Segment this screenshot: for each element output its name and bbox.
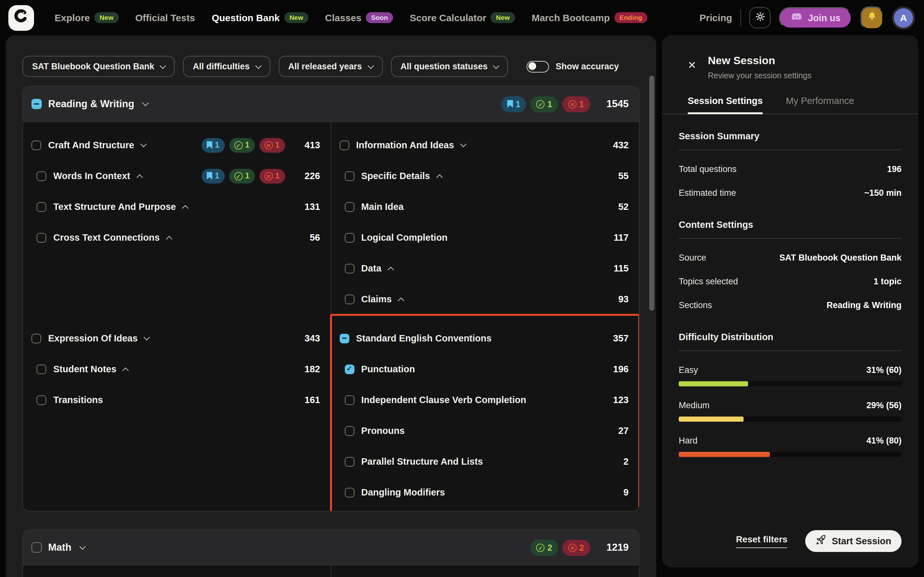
checkbox-unchecked[interactable] [345, 202, 354, 211]
checkbox-unchecked[interactable] [345, 171, 354, 181]
show-accuracy-toggle[interactable]: Show accuracy [527, 61, 619, 72]
bookmarked-badge: 1 [201, 138, 224, 152]
join-us-button[interactable]: Join us [779, 7, 852, 29]
correct-count: 1 [245, 171, 250, 181]
checkbox-unchecked[interactable] [31, 140, 41, 150]
tab-my-performance[interactable]: My Performance [786, 96, 854, 114]
checkbox-unchecked[interactable] [345, 233, 354, 242]
close-icon[interactable]: ✕ [688, 60, 697, 80]
chevron-up-icon[interactable] [123, 367, 129, 374]
checkbox-unchecked[interactable] [345, 263, 354, 273]
nav-item-score-calculator[interactable]: Score CalculatorNew [410, 12, 515, 23]
topic-row-craft-and-structure[interactable]: Craft And Structure1✓1✕1413 [23, 130, 331, 160]
checkbox-unchecked[interactable] [345, 294, 354, 304]
chevron-down-icon[interactable] [79, 543, 86, 550]
chevron-down-icon[interactable] [140, 141, 147, 147]
nav-item-pricing[interactable]: Pricing [700, 12, 732, 23]
topic-row-specific-details[interactable]: Specific Details55 [331, 160, 639, 191]
checkbox-indeterminate[interactable] [31, 99, 42, 109]
topic-question-count: 117 [610, 232, 629, 243]
chevron-up-icon[interactable] [137, 174, 143, 181]
difficulty-bar-track [679, 381, 901, 386]
topic-row-information-and-ideas[interactable]: Information And Ideas432 [331, 130, 639, 160]
chevron-up-icon[interactable] [182, 205, 189, 211]
checkbox-unchecked[interactable] [339, 140, 349, 150]
checkbox-unchecked[interactable] [345, 395, 354, 405]
filter-dropdown-all-difficulties[interactable]: All difficulties [183, 56, 270, 77]
topic-row-independent-clause-verb-completion[interactable]: Independent Clause Verb Completion123 [331, 384, 639, 415]
difficulty-distribution-heading: Difficulty Distribution [679, 332, 901, 351]
summary-row-value: ~150 min [864, 188, 901, 198]
checkbox-unchecked[interactable] [37, 202, 46, 211]
checkbox-unchecked[interactable] [345, 426, 354, 435]
checkbox-unchecked[interactable] [345, 457, 354, 466]
nav-item-question-bank[interactable]: Question BankNew [211, 12, 308, 23]
nav-item-explore[interactable]: ExploreNew [55, 12, 118, 23]
filter-dropdown-all-released-years[interactable]: All released years [279, 56, 383, 77]
section-header-reading-writing[interactable]: Reading & Writing1✓1✕11545 [23, 87, 639, 121]
chevron-up-icon[interactable] [166, 235, 173, 242]
nav-badge-ending: Ending [614, 13, 647, 23]
summary-row-source: SourceSAT Bluebook Question Bank [679, 253, 901, 263]
topic-question-count: 52 [610, 201, 629, 212]
topic-row-data[interactable]: Data115 [331, 253, 639, 284]
checkbox-unchecked[interactable] [37, 364, 46, 374]
difficulty-label: Easy [679, 365, 698, 375]
topic-row-text-structure-and-purpose[interactable]: Text Structure And Purpose131 [23, 191, 331, 222]
topic-row-cross-text-connections[interactable]: Cross Text Connections56 [23, 222, 331, 253]
summary-row-sections: SectionsReading & Writing [679, 300, 901, 310]
topic-row-dangling-modifiers[interactable]: Dangling Modifiers9 [331, 477, 639, 508]
start-session-button[interactable]: Start Session [806, 530, 901, 552]
difficulty-bar-fill [679, 452, 770, 457]
nav-item-official-tests[interactable]: Official Tests [135, 12, 195, 23]
nav-item-march-bootcamp[interactable]: March BootcampEnding [532, 12, 648, 23]
nav-item-classes[interactable]: ClassesSoon [325, 12, 393, 23]
checkbox-unchecked[interactable] [31, 334, 41, 343]
topic-row-punctuation[interactable]: Punctuation196 [331, 354, 639, 384]
correct-count: 1 [245, 140, 250, 150]
bookmarked-count: 1 [215, 140, 219, 150]
summary-row-value: 1 topic [874, 277, 901, 286]
checkbox-unchecked[interactable] [37, 395, 46, 405]
topic-row-claims[interactable]: Claims93 [331, 284, 639, 314]
difficulty-bar-track [679, 417, 901, 422]
chevron-down-icon [493, 62, 500, 69]
topic-row-standard-english-conventions[interactable]: Standard English Conventions357 [331, 323, 639, 354]
section-header-math[interactable]: Math✓2✕21219 [23, 530, 639, 565]
topic-row-logical-completion[interactable]: Logical Completion117 [331, 222, 639, 253]
chevron-up-icon[interactable] [436, 174, 442, 181]
filter-dropdown-all-question-statuses[interactable]: All question statuses [391, 56, 508, 77]
checkbox-unchecked[interactable] [345, 487, 354, 497]
notifications-button[interactable] [860, 6, 884, 29]
topic-row-expression-of-ideas[interactable]: Expression Of Ideas343 [23, 323, 331, 354]
theme-toggle-button[interactable] [749, 7, 771, 28]
topic-row-parallel-structure-and-lists[interactable]: Parallel Structure And Lists2 [331, 446, 639, 477]
highlighted-topic-panel: Standard English Conventions357Punctuati… [331, 315, 639, 511]
summary-row-label: Total questions [679, 164, 737, 174]
difficulty-value: 31% (60) [866, 365, 901, 375]
checkbox-unchecked[interactable] [37, 233, 46, 242]
topic-row-main-idea[interactable]: Main Idea52 [331, 191, 639, 222]
checkbox-unchecked[interactable] [37, 171, 46, 181]
toggle-switch-off[interactable] [527, 61, 549, 72]
checkbox-checked[interactable] [345, 364, 354, 374]
chevron-up-icon[interactable] [387, 266, 394, 273]
chevron-down-icon[interactable] [142, 100, 148, 106]
scrollbar-thumb[interactable] [649, 76, 654, 311]
app-logo[interactable] [8, 5, 34, 31]
user-avatar[interactable]: A [892, 6, 915, 29]
tab-session-settings[interactable]: Session Settings [688, 96, 763, 114]
topic-row-student-notes[interactable]: Student Notes182 [23, 354, 331, 384]
filter-dropdown-sat-bluebook-question-bank[interactable]: SAT Bluebook Question Bank [23, 56, 175, 77]
section-title: Reading & Writing [48, 98, 134, 110]
chevron-down-icon[interactable] [460, 141, 466, 147]
topic-row-pronouns[interactable]: Pronouns27 [331, 415, 639, 446]
topic-row-words-in-context[interactable]: Words In Context1✓1✕1226 [23, 160, 331, 191]
checkbox-indeterminate[interactable] [339, 334, 349, 343]
chevron-down-icon[interactable] [144, 334, 150, 340]
reset-filters-button[interactable]: Reset filters [736, 534, 787, 548]
avatar-letter: A [900, 12, 907, 23]
chevron-up-icon[interactable] [398, 297, 404, 304]
checkbox-unchecked[interactable] [31, 542, 42, 553]
topic-row-transitions[interactable]: Transitions161 [23, 384, 331, 415]
